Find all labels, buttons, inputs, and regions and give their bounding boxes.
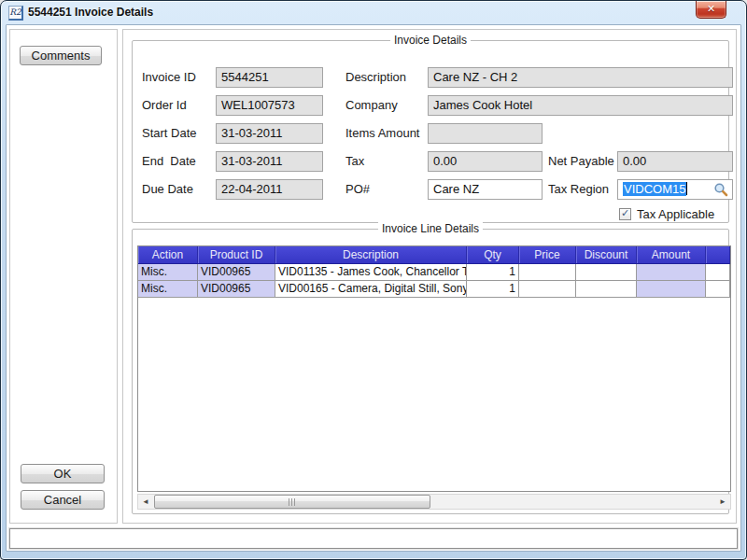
invoice-details-legend: Invoice Details [390,34,471,47]
cell-extra [706,264,730,281]
po-field[interactable]: Care NZ [428,179,543,200]
cell-amount[interactable] [637,264,706,281]
close-icon: ✕ [697,1,726,17]
company-field: James Cook Hotel [428,95,733,116]
company-label: Company [345,95,428,116]
tax-region-field[interactable]: VIDCOM15 [617,179,733,200]
window-title: 5544251 Invoice Details [28,1,153,24]
column-header-extra [706,246,730,263]
cell-qty[interactable]: 1 [467,281,519,298]
column-header-product-id[interactable]: Product ID [198,246,275,263]
cell-description[interactable]: VID00165 - Camera, Digital Still, Sony,.… [275,281,467,298]
invoice-line-details-legend: Invoice Line Details [378,222,483,235]
cell-amount[interactable] [637,281,706,298]
invoice-id-label: Invoice ID [142,67,215,88]
checkmark-icon: ✓ [621,207,629,219]
titlebar[interactable]: R2 5544251 Invoice Details ✕ [1,1,746,24]
column-header-qty[interactable]: Qty [467,246,519,263]
grid-row-1[interactable]: Misc. VID00965 VID01135 - James Cook, Ch… [138,264,730,281]
dialog-client-area: Comments OK Cancel Invoice Details Invoi… [6,24,741,552]
net-payable-field: 0.00 [617,151,733,172]
invoice-id-field: 5544251 [216,67,323,88]
invoice-line-details-group: Invoice Line Details Action Product ID D… [132,229,729,514]
tax-applicable-checkbox[interactable]: ✓ [619,208,631,220]
column-header-description[interactable]: Description [275,246,467,263]
cell-price[interactable] [519,264,576,281]
start-date-field: 31-03-2011 [216,123,323,144]
column-header-amount[interactable]: Amount [637,246,706,263]
ok-button[interactable]: OK [21,464,105,483]
net-payable-label: Net Payable [548,151,617,172]
cell-product-id[interactable]: VID00965 [198,264,275,281]
scroll-right-icon[interactable]: ► [715,495,730,509]
end-date-label: End Date [142,151,215,172]
cell-discount[interactable] [576,281,637,298]
left-panel: Comments OK Cancel [9,29,118,524]
description-field: Care NZ - CH 2 [428,67,733,88]
column-header-price[interactable]: Price [519,246,576,263]
main-panel: Invoice Details Invoice ID 5544251 Order… [122,29,737,524]
due-date-field: 22-04-2011 [216,179,323,200]
text-caret [686,182,687,195]
due-date-label: Due Date [142,179,215,200]
description-label: Description [345,67,428,88]
column-header-action[interactable]: Action [138,246,198,263]
items-amount-field [428,123,543,144]
order-id-label: Order Id [142,95,215,116]
grid-header-row: Action Product ID Description Qty Price … [138,246,730,264]
scrollbar-grip [289,498,296,506]
app-icon: R2 [8,6,23,21]
tax-region-selected-text: VIDCOM15 [623,182,686,196]
line-items-grid: Action Product ID Description Qty Price … [137,245,731,492]
start-date-label: Start Date [142,123,215,144]
order-id-field: WEL1007573 [216,95,323,116]
column-header-discount[interactable]: Discount [576,246,637,263]
grid-row-2[interactable]: Misc. VID00965 VID00165 - Camera, Digita… [138,281,730,298]
cell-description[interactable]: VID01135 - James Cook, Chancellor T... [275,264,467,281]
end-date-field: 31-03-2011 [216,151,323,172]
cell-action[interactable]: Misc. [138,281,198,298]
po-label: PO# [345,179,428,200]
cancel-button[interactable]: Cancel [21,490,105,510]
cell-price[interactable] [519,281,576,298]
items-amount-label: Items Amount [345,123,428,144]
status-bar [9,528,738,549]
cell-discount[interactable] [576,264,637,281]
tax-field: 0.00 [428,151,543,172]
cell-action[interactable]: Misc. [138,264,198,281]
invoice-details-group: Invoice Details Invoice ID 5544251 Order… [132,40,729,223]
cell-qty[interactable]: 1 [467,264,519,281]
comments-button[interactable]: Comments [20,46,102,65]
close-button[interactable]: ✕ [696,1,726,19]
scrollbar-thumb[interactable] [154,495,430,509]
invoice-details-window: R2 5544251 Invoice Details ✕ Comments OK… [0,0,747,560]
search-icon[interactable] [713,182,728,197]
scroll-left-icon[interactable]: ◄ [138,495,153,509]
cell-product-id[interactable]: VID00965 [198,281,275,298]
horizontal-scrollbar[interactable]: ◄ ► [137,494,731,510]
cell-extra [706,281,730,298]
tax-region-label: Tax Region [548,179,617,200]
tax-label: Tax [345,151,428,172]
tax-applicable-label: Tax Applicable [637,207,714,221]
